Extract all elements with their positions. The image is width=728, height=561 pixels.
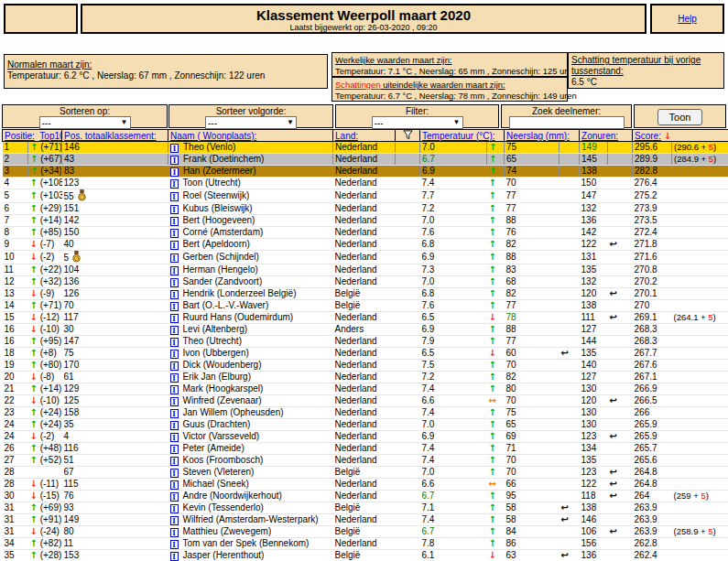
info-icon[interactable]: I — [170, 528, 179, 537]
precipitation-cell: 60 — [505, 348, 560, 360]
filter-funnel-icon[interactable] — [403, 130, 413, 140]
estimates-link[interactable]: Schattingen — [335, 80, 381, 90]
info-icon[interactable]: I — [170, 338, 179, 347]
header-temperatuur-link[interactable]: Temperatuur (°C): — [422, 131, 495, 141]
info-icon[interactable]: I — [170, 421, 179, 430]
name-cell: IAndre (Noordwijkerhout) — [168, 491, 333, 502]
country-cell: Nederland — [333, 312, 396, 324]
show-button[interactable]: Toon — [657, 109, 703, 125]
bonus-points: 5 — [701, 491, 705, 501]
funnel-spacer-cell — [396, 526, 420, 538]
info-icon[interactable]: I — [170, 179, 179, 189]
info-icon[interactable]: I — [170, 144, 179, 153]
sun-hours-cell: 120 — [580, 288, 608, 300]
info-icon[interactable]: I — [170, 540, 179, 549]
score-bonus-cell — [672, 455, 728, 467]
header-positie-link[interactable]: Positie: — [5, 131, 35, 141]
ranking-tbody: 1↑ (+71)146ITheo (Venlo)Nederland7.0↑751… — [3, 142, 728, 561]
country-cell: Nederland — [333, 336, 396, 348]
info-icon[interactable]: I — [170, 350, 179, 359]
info-icon[interactable]: I — [170, 361, 179, 371]
info-icon[interactable]: I — [170, 278, 179, 287]
temperature-trend-cell: ↑ — [487, 215, 505, 227]
rank-up-icon: ↑ — [30, 419, 38, 429]
info-icon[interactable]: I — [170, 516, 179, 525]
header-top10-link[interactable]: Top10 — [39, 131, 61, 141]
funnel-spacer-cell — [396, 443, 420, 455]
sun-hours-flag-cell — [608, 300, 633, 312]
info-icon[interactable]: I — [170, 167, 179, 177]
temperature-trend-cell: ↑ — [487, 154, 505, 166]
changed-estimate-icon: ↩ — [561, 514, 569, 524]
score-cell: 267.6 — [633, 360, 672, 372]
info-icon[interactable]: I — [170, 326, 179, 335]
temperature-trend-cell: ↓ — [487, 550, 505, 561]
funnel-spacer-cell — [396, 395, 420, 407]
country-cell: Nederland — [333, 431, 396, 443]
info-icon[interactable]: I — [170, 254, 179, 263]
search-input[interactable] — [509, 116, 625, 129]
header-zonuren-link[interactable]: Zonuren: — [581, 131, 618, 141]
ranking-table: Positie: Top10 Pos. totaalklassement: Na… — [2, 129, 728, 561]
header-score-link[interactable]: Score: — [635, 131, 661, 141]
header-pos-totaal-link[interactable]: Pos. totaalklassement: — [64, 131, 157, 141]
info-icon[interactable]: I — [170, 217, 179, 226]
info-icon[interactable]: I — [170, 504, 179, 513]
info-icon[interactable]: I — [170, 409, 179, 418]
info-icon[interactable]: I — [170, 480, 179, 490]
info-icon[interactable]: I — [170, 229, 179, 238]
table-row: 8↑ (+85)150ICorné (Amsterdam)Nederland7.… — [3, 227, 728, 239]
score-cell: 262.4 — [633, 550, 672, 561]
info-icon[interactable]: I — [170, 433, 179, 442]
info-icon[interactable]: I — [170, 314, 179, 323]
sun-hours-cell: 138 — [580, 502, 608, 514]
participant-name: Levi (Altenberg) — [183, 324, 248, 334]
sun-hours-cell: 136 — [580, 550, 608, 561]
score-bonus-cell — [672, 178, 728, 189]
funnel-spacer-cell — [396, 550, 420, 561]
info-icon[interactable]: I — [170, 156, 179, 165]
info-icon[interactable]: I — [170, 266, 179, 275]
header-land-link[interactable]: Land: — [335, 131, 358, 141]
precipitation-cell: 82 — [505, 288, 560, 300]
info-icon[interactable]: I — [170, 457, 179, 466]
info-icon[interactable]: I — [170, 373, 179, 383]
info-icon[interactable]: I — [170, 385, 179, 394]
temperature-trend-cell: ↑ — [487, 431, 505, 443]
precipitation-flag-cell — [560, 276, 580, 288]
info-icon[interactable]: I — [170, 205, 179, 214]
info-icon[interactable]: I — [170, 397, 179, 406]
precipitation-flag-cell — [560, 288, 580, 300]
sort-order-select[interactable]: --- — [205, 116, 297, 129]
header-neerslag-link[interactable]: Neerslag (mm): — [506, 131, 570, 141]
info-icon[interactable]: I — [170, 302, 179, 311]
header-naam-link[interactable]: Naam ( Woonplaats): — [170, 131, 256, 141]
sun-hours-flag-cell — [608, 538, 633, 550]
participant-name: Herman (Hengelo) — [183, 264, 258, 275]
sun-hours-flag-cell: ↩ — [608, 239, 633, 251]
trend-up-icon: ↑ — [489, 526, 496, 536]
participant-name: Jasper (Herenthout) — [183, 550, 265, 560]
info-icon[interactable]: I — [170, 192, 179, 201]
rank-change-cell: ↑ (+95) — [28, 336, 62, 348]
info-icon[interactable]: I — [170, 469, 179, 478]
info-icon[interactable]: I — [170, 492, 179, 502]
info-icon[interactable]: I — [170, 445, 179, 454]
changed-estimate-icon: ↩ — [610, 491, 617, 501]
temperature-trend-cell: ↑ — [487, 372, 505, 383]
info-icon[interactable]: I — [170, 290, 179, 299]
score-bonus-cell — [672, 443, 728, 455]
precipitation-flag-cell — [560, 154, 580, 166]
rank-cell: 24 — [3, 419, 28, 431]
sort-select[interactable]: --- — [39, 116, 131, 129]
sun-hours-flag-cell: ↩ — [608, 312, 633, 324]
rank-change-cell: ↓ (-24) — [28, 526, 62, 538]
country-cell: Nederland — [333, 189, 396, 203]
info-icon[interactable]: I — [170, 552, 179, 561]
filter-select[interactable]: --- — [372, 116, 463, 129]
score-cell: 263.9 — [633, 514, 672, 526]
info-icon[interactable]: I — [170, 241, 179, 250]
country-cell: Nederland — [333, 239, 396, 251]
name-cell: IBart (O.-L.-V.-Waver) — [168, 300, 333, 312]
help-link[interactable]: Help — [678, 14, 697, 24]
